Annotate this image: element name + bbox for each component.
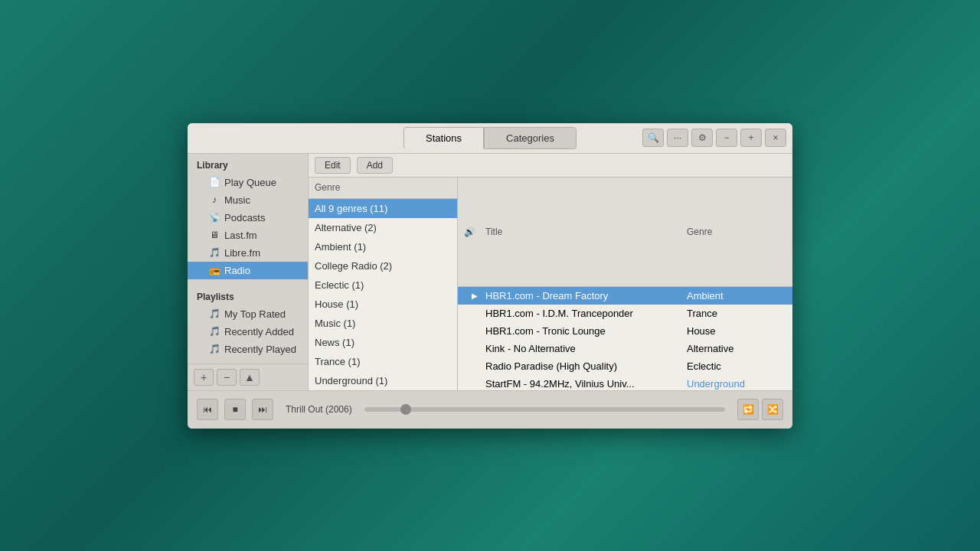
sidebar-item-label: Play Queue — [224, 177, 276, 188]
sidebar-item-my-top-rated[interactable]: 🎵 My Top Rated — [188, 305, 308, 323]
progress-bar[interactable] — [364, 407, 725, 412]
sidebar-actions: + − ▲ — [188, 364, 308, 390]
player-right-controls: 🔁 🔀 — [737, 399, 783, 420]
genre-list: All 9 genres (11) Alternative (2) Ambien… — [309, 199, 457, 390]
edit-button[interactable]: Edit — [315, 157, 351, 174]
station-row[interactable]: ▶ HBR1.com - Dream Factory Ambient — [458, 287, 792, 305]
genre-row-house[interactable]: House (1) — [309, 295, 457, 314]
table-area: Genre All 9 genres (11) Alternative (2) … — [309, 178, 792, 390]
station-row[interactable]: HBR1.com - Tronic Lounge House — [458, 322, 792, 340]
sidebar-item-label: Last.fm — [224, 230, 257, 241]
genre-row-alternative[interactable]: Alternative (2) — [309, 218, 457, 237]
sidebar-item-music[interactable]: ♪ Music — [188, 191, 308, 209]
add-button[interactable]: + — [194, 369, 214, 386]
sidebar-item-label: Podcasts — [224, 212, 265, 223]
station-title: HBR1.com - I.D.M. Tranceponder — [485, 308, 687, 319]
station-row[interactable]: Kink - No Alternative Alternative — [458, 340, 792, 357]
playlist-icon: 🎵 — [209, 344, 220, 354]
sidebar-item-recently-played[interactable]: 🎵 Recently Played — [188, 341, 308, 358]
stop-button[interactable]: ■ — [224, 399, 246, 420]
player-bar: ⏮ ■ ⏭ Thrill Out (2006) 🔁 🔀 — [188, 390, 792, 429]
shuffle-button[interactable]: 🔀 — [762, 399, 783, 420]
sidebar-item-radio[interactable]: 📻 Radio — [188, 262, 308, 279]
genre-row-news[interactable]: News (1) — [309, 333, 457, 352]
genre-row-music[interactable]: Music (1) — [309, 314, 457, 333]
genre-row-all[interactable]: All 9 genres (11) — [309, 199, 457, 218]
sidebar-item-librefm[interactable]: 🎵 Libre.fm — [188, 244, 308, 262]
genre-pane: Genre All 9 genres (11) Alternative (2) … — [309, 178, 458, 390]
genre-column-header: Genre — [309, 178, 458, 199]
station-genre: Trance — [687, 308, 786, 319]
play-indicator-icon: ▶ — [464, 292, 485, 300]
window-controls: 🔍 ··· ⚙ − + × — [642, 129, 786, 147]
genre-row-ambient[interactable]: Ambient (1) — [309, 237, 457, 256]
main-content: Library 📄 Play Queue ♪ Music 📡 Podcasts … — [188, 154, 792, 390]
genre-row-trance[interactable]: Trance (1) — [309, 352, 457, 371]
configure-button[interactable]: ▲ — [240, 369, 260, 386]
right-panel: Edit Add Genre All 9 genres (11) Alterna… — [309, 154, 792, 390]
stations-header: 🔊 Title Genre — [458, 178, 792, 288]
sidebar-item-recently-added[interactable]: 🎵 Recently Added — [188, 323, 308, 341]
station-genre: Ambient — [687, 290, 786, 302]
station-title: Kink - No Alternative — [485, 343, 687, 354]
sidebar-item-play-queue[interactable]: 📄 Play Queue — [188, 174, 308, 191]
menu-button[interactable]: ··· — [667, 129, 688, 147]
add-station-button[interactable]: Add — [357, 157, 393, 174]
genre-row-eclectic[interactable]: Eclectic (1) — [309, 276, 457, 295]
genre-row-underground[interactable]: Underground (1) — [309, 371, 457, 390]
genre-row-college-radio[interactable]: College Radio (2) — [309, 256, 457, 276]
search-button[interactable]: 🔍 — [642, 129, 664, 147]
sidebar-item-label: Recently Played — [224, 344, 296, 355]
library-header: Library — [188, 154, 308, 174]
repeat-button[interactable]: 🔁 — [737, 399, 759, 420]
playlist-icon: 🎵 — [209, 326, 220, 337]
station-title: StartFM - 94.2MHz, Vilnius Univ... — [485, 378, 687, 390]
librefm-icon: 🎵 — [209, 247, 220, 258]
remove-button[interactable]: − — [217, 369, 237, 386]
genre-col-header: Genre — [687, 227, 786, 237]
sidebar-item-label: Recently Added — [224, 326, 294, 337]
app-window: Stations Categories 🔍 ··· ⚙ − + × Librar… — [188, 123, 792, 429]
rewind-button[interactable]: ⏮ — [197, 399, 218, 420]
station-row[interactable]: Radio Paradise (High Quality) Eclectic — [458, 357, 792, 375]
podcasts-icon: 📡 — [209, 212, 220, 223]
station-genre: House — [687, 325, 786, 337]
lastfm-icon: 🖥 — [209, 230, 220, 240]
sidebar-item-label: Radio — [224, 265, 250, 276]
tab-stations[interactable]: Stations — [403, 127, 484, 149]
play-col-header: 🔊 — [464, 227, 485, 237]
settings-button[interactable]: ⚙ — [691, 129, 713, 147]
track-info: Thrill Out (2006) — [286, 404, 352, 415]
progress-handle[interactable] — [400, 404, 411, 415]
sidebar-item-label: Libre.fm — [224, 247, 260, 259]
station-title: HBR1.com - Tronic Lounge — [485, 325, 687, 337]
sidebar: Library 📄 Play Queue ♪ Music 📡 Podcasts … — [188, 154, 309, 390]
sidebar-item-label: My Top Rated — [224, 308, 286, 320]
title-col-header: Title — [485, 227, 687, 237]
sidebar-item-lastfm[interactable]: 🖥 Last.fm — [188, 227, 308, 244]
sidebar-item-label: Music — [224, 194, 250, 206]
toolbar: Edit Add — [309, 154, 792, 178]
title-bar: Stations Categories 🔍 ··· ⚙ − + × — [188, 123, 792, 154]
minimize-button[interactable]: − — [716, 129, 737, 147]
close-button[interactable]: × — [765, 129, 786, 147]
play-queue-icon: 📄 — [209, 177, 220, 187]
station-genre: Eclectic — [687, 360, 786, 372]
playlists-header: Playlists — [188, 285, 308, 305]
maximize-button[interactable]: + — [740, 129, 762, 147]
music-icon: ♪ — [209, 194, 220, 205]
radio-icon: 📻 — [209, 265, 220, 276]
stations-pane: 🔊 Title Genre ▶ HBR1.com - Dream Factory… — [458, 178, 792, 390]
tab-categories[interactable]: Categories — [484, 127, 577, 149]
station-row[interactable]: StartFM - 94.2MHz, Vilnius Univ... Under… — [458, 375, 792, 390]
station-row[interactable]: HBR1.com - I.D.M. Tranceponder Trance — [458, 305, 792, 322]
sidebar-item-podcasts[interactable]: 📡 Podcasts — [188, 209, 308, 227]
station-genre: Underground — [687, 378, 786, 390]
forward-button[interactable]: ⏭ — [252, 399, 273, 420]
station-title: HBR1.com - Dream Factory — [485, 290, 687, 302]
stations-list: ▶ HBR1.com - Dream Factory Ambient HBR1.… — [458, 287, 792, 390]
playlist-icon: 🎵 — [209, 308, 220, 319]
station-title: Radio Paradise (High Quality) — [485, 360, 687, 372]
station-genre: Alternative — [687, 343, 786, 354]
tab-group: Stations Categories — [403, 127, 577, 149]
